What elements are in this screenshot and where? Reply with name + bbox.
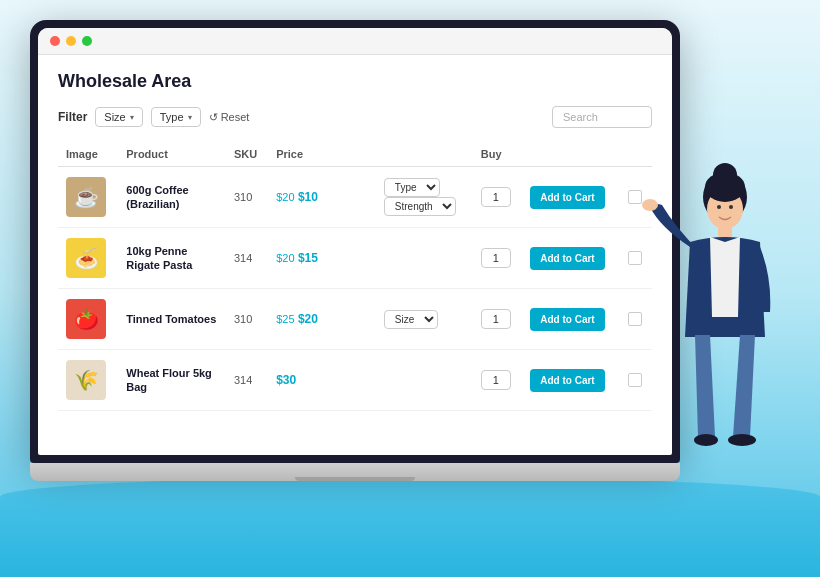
- type-filter[interactable]: Type ▾: [151, 107, 201, 127]
- type-filter-chevron: ▾: [188, 113, 192, 122]
- price-cell: $20 $15: [268, 228, 376, 289]
- table-row: 🌾Wheat Flour 5kg Bag314$30Add to Cart: [58, 350, 652, 411]
- page-title: Wholesale Area: [58, 71, 652, 92]
- svg-point-8: [717, 205, 721, 209]
- product-name-cell: 600g Coffee (Brazilian): [118, 167, 226, 228]
- product-name: Tinned Tomatoes: [126, 313, 216, 325]
- table-row: 🍅Tinned Tomatoes310$25 $20SizeAdd to Car…: [58, 289, 652, 350]
- sku-value: 314: [234, 374, 252, 386]
- options-cell: [376, 228, 473, 289]
- col-header-price: Price: [268, 142, 376, 167]
- product-name-cell: Wheat Flour 5kg Bag: [118, 350, 226, 411]
- col-header-product: Product: [118, 142, 226, 167]
- product-image: ☕: [66, 177, 106, 217]
- reset-button[interactable]: ↺ Reset: [209, 111, 250, 124]
- svg-rect-4: [718, 225, 732, 239]
- strength-select[interactable]: Strength: [384, 197, 456, 216]
- price-cell: $30: [268, 350, 376, 411]
- laptop-screen: Wholesale Area Filter Size ▾ Type ▾ ↺ Re…: [30, 20, 680, 463]
- size-select[interactable]: Size: [384, 310, 438, 329]
- sku-cell: 310: [226, 167, 268, 228]
- add-to-cart-cell: Add to Cart: [522, 228, 619, 289]
- qty-input[interactable]: [481, 248, 511, 268]
- type-select[interactable]: Type: [384, 178, 440, 197]
- filter-label: Filter: [58, 110, 87, 124]
- titlebar-dot-yellow: [66, 36, 76, 46]
- sku-cell: 314: [226, 350, 268, 411]
- add-to-cart-cell: Add to Cart: [522, 289, 619, 350]
- search-placeholder: Search: [563, 111, 598, 123]
- sku-cell: 314: [226, 228, 268, 289]
- product-image-cell: ☕: [58, 167, 118, 228]
- sku-value: 314: [234, 252, 252, 264]
- svg-point-7: [728, 434, 756, 446]
- titlebar-dot-red: [50, 36, 60, 46]
- filter-bar: Filter Size ▾ Type ▾ ↺ Reset Search: [58, 106, 652, 128]
- laptop-base: [30, 463, 680, 481]
- product-image: 🍝: [66, 238, 106, 278]
- titlebar-dot-green: [82, 36, 92, 46]
- price-original: $20: [276, 252, 294, 264]
- qty-input[interactable]: [481, 187, 511, 207]
- product-name: 10kg Penne Rigate Pasta: [126, 245, 192, 271]
- size-filter-label: Size: [104, 111, 125, 123]
- app-content: Wholesale Area Filter Size ▾ Type ▾ ↺ Re…: [38, 55, 672, 455]
- price-original: $25: [276, 313, 294, 325]
- product-name-cell: Tinned Tomatoes: [118, 289, 226, 350]
- product-image: 🍅: [66, 299, 106, 339]
- table-row: ☕600g Coffee (Brazilian)310$20 $10Type S…: [58, 167, 652, 228]
- add-to-cart-button[interactable]: Add to Cart: [530, 247, 604, 270]
- price-original: $20: [276, 191, 294, 203]
- qty-input[interactable]: [481, 309, 511, 329]
- products-table: Image Product SKU Price Buy ☕600g Coffee…: [58, 142, 652, 411]
- col-header-buy: Buy: [473, 142, 523, 167]
- col-header-btn: [522, 142, 619, 167]
- qty-cell: [473, 228, 523, 289]
- product-name-cell: 10kg Penne Rigate Pasta: [118, 228, 226, 289]
- qty-input[interactable]: [481, 370, 511, 390]
- sku-value: 310: [234, 313, 252, 325]
- price-cell: $20 $10: [268, 167, 376, 228]
- add-to-cart-button[interactable]: Add to Cart: [530, 308, 604, 331]
- options-cell: Size: [376, 289, 473, 350]
- type-filter-label: Type: [160, 111, 184, 123]
- col-header-sku: SKU: [226, 142, 268, 167]
- sku-cell: 310: [226, 289, 268, 350]
- price-value: $30: [276, 373, 296, 387]
- add-to-cart-cell: Add to Cart: [522, 167, 619, 228]
- product-name: Wheat Flour 5kg Bag: [126, 367, 212, 393]
- table-row: 🍝10kg Penne Rigate Pasta314$20 $15Add to…: [58, 228, 652, 289]
- product-name: 600g Coffee (Brazilian): [126, 184, 188, 210]
- add-to-cart-cell: Add to Cart: [522, 350, 619, 411]
- person-illustration: [610, 137, 800, 517]
- size-filter-chevron: ▾: [130, 113, 134, 122]
- size-filter[interactable]: Size ▾: [95, 107, 142, 127]
- product-image-cell: 🍝: [58, 228, 118, 289]
- price-cell: $25 $20: [268, 289, 376, 350]
- product-image-cell: 🌾: [58, 350, 118, 411]
- col-header-options: [376, 142, 473, 167]
- titlebar: [38, 28, 672, 55]
- col-header-image: Image: [58, 142, 118, 167]
- product-image: 🌾: [66, 360, 106, 400]
- search-input[interactable]: Search: [552, 106, 652, 128]
- laptop-container: Wholesale Area Filter Size ▾ Type ▾ ↺ Re…: [30, 20, 680, 481]
- svg-point-6: [694, 434, 718, 446]
- options-cell: Type Strength: [376, 167, 473, 228]
- svg-point-9: [729, 205, 733, 209]
- svg-point-3: [713, 163, 737, 187]
- price-sale: $15: [298, 251, 318, 265]
- qty-cell: [473, 289, 523, 350]
- qty-cell: [473, 167, 523, 228]
- options-cell: [376, 350, 473, 411]
- product-image-cell: 🍅: [58, 289, 118, 350]
- svg-point-5: [642, 199, 658, 211]
- add-to-cart-button[interactable]: Add to Cart: [530, 186, 604, 209]
- add-to-cart-button[interactable]: Add to Cart: [530, 369, 604, 392]
- price-sale: $10: [298, 190, 318, 204]
- reset-label: ↺ Reset: [209, 111, 250, 124]
- sku-value: 310: [234, 191, 252, 203]
- screen-inner: Wholesale Area Filter Size ▾ Type ▾ ↺ Re…: [38, 28, 672, 455]
- price-sale: $20: [298, 312, 318, 326]
- qty-cell: [473, 350, 523, 411]
